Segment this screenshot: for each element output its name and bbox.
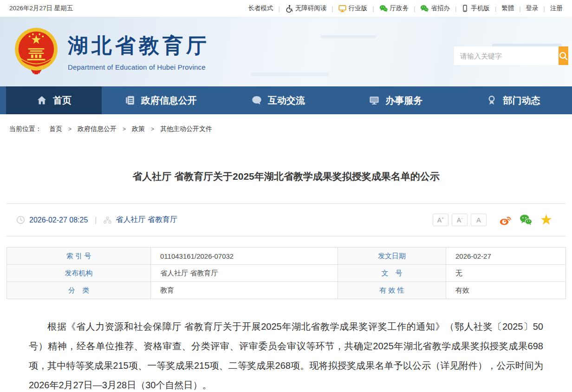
nav-label: 政府信息公开 [141, 94, 197, 107]
breadcrumb-item-other-docs[interactable]: 其他主动公开文件 [160, 125, 212, 133]
breadcrumb-item-home[interactable]: 首页 [49, 125, 62, 133]
field-value-publisher: 省人社厅 省教育厅 [151, 265, 338, 282]
qzone-icon[interactable] [540, 214, 552, 226]
separator: | [95, 216, 97, 224]
elder-mode-link[interactable]: 长者模式 [248, 4, 273, 13]
home-icon [36, 95, 47, 106]
traditional-chinese-link[interactable]: 繁體 [501, 4, 514, 13]
site-name: 湖北省教育厅 [68, 32, 210, 59]
wheelchair-icon [285, 5, 293, 13]
nav-item-interaction[interactable]: 互动交流 [219, 86, 337, 114]
nav-item-home[interactable]: 首页 [6, 86, 102, 114]
field-label-category: 分 类 [7, 282, 151, 299]
accessibility-link[interactable]: 无障碍阅读 [285, 4, 327, 13]
register-label: 注册 [550, 4, 563, 13]
article-tools: A+ A- A [429, 214, 552, 226]
clock-icon [16, 216, 25, 224]
site-brand[interactable]: 湖北省教育厅 Department of Education of Hubei … [12, 27, 210, 76]
table-row: 发布机构 省人社厅 省教育厅 文 号 无 [7, 265, 566, 282]
article-body: 根据《省人力资源和社会保障厅 省教育厅关于开展2025年湖北省教学成果奖评奖工作… [29, 317, 543, 392]
separator: | [544, 5, 545, 12]
breadcrumb-item-policy[interactable]: 政策 [132, 125, 145, 133]
elder-mode-label: 长者模式 [248, 4, 273, 13]
breadcrumb-item-gov-info[interactable]: 政府信息公开 [78, 125, 117, 133]
breadcrumb-separator: > [151, 126, 154, 132]
field-value-validity: 有效 [446, 282, 566, 299]
award-ribbon-icon [486, 95, 497, 106]
site-search [454, 46, 565, 65]
phone-icon [462, 5, 468, 12]
separator: | [372, 5, 374, 12]
monitor-icon [338, 5, 346, 13]
font-larger-button[interactable]: A+ [433, 214, 448, 226]
admissions-wechat-link[interactable]: 省招办 [420, 4, 450, 13]
search-input[interactable] [454, 46, 559, 65]
separator: | [519, 5, 520, 12]
separator: | [278, 5, 280, 12]
nav-label: 互动交流 [268, 94, 305, 107]
article-meta-row: 2026-02-27 08:25 | 省人社厅 省教育厅 A+ A- A [6, 204, 566, 236]
login-link[interactable]: 登录 [526, 4, 539, 13]
document-info-table: 索 引 号 011043161/2026-07032 发文日期 2026-02-… [6, 247, 566, 299]
breadcrumb-separator: > [123, 126, 126, 132]
masthead: 湖北省教育厅 Department of Education of Hubei … [0, 17, 572, 86]
national-emblem-logo [12, 27, 60, 76]
wechat-icon [379, 5, 388, 12]
field-label-issue-date: 发文日期 [338, 248, 446, 265]
field-value-index-number: 011043161/2026-07032 [151, 248, 338, 265]
chat-bubble-icon [251, 95, 262, 106]
wechat-icon [420, 5, 429, 12]
separator: | [455, 5, 456, 12]
login-label: 登录 [526, 4, 539, 13]
table-row: 索 引 号 011043161/2026-07032 发文日期 2026-02-… [7, 248, 566, 265]
topbar: 2026年2月27日 星期五 长者模式 | 无障碍阅读 | 行业版 | 厅政务 … [0, 0, 572, 17]
separator: | [414, 5, 415, 12]
article-title-section: 省人社厅 省教育厅关于2025年湖北省教学成果奖拟授奖成果名单的公示 [6, 144, 566, 204]
nav-item-gov-info[interactable]: 政府信息公开 [102, 86, 219, 114]
wechat-icon[interactable] [520, 214, 532, 226]
dept-gov-label: 厅政务 [390, 4, 409, 13]
font-reset-button[interactable]: A [471, 214, 487, 226]
search-icon [559, 51, 568, 61]
separator: | [332, 5, 333, 12]
cloud-decoration [251, 72, 330, 76]
nav-item-dept-news[interactable]: 部门动态 [455, 86, 572, 114]
source-org-icon [104, 216, 111, 224]
site-title-block: 湖北省教育厅 Department of Education of Hubei … [68, 32, 210, 71]
register-link[interactable]: 注册 [550, 4, 563, 13]
article-paragraph: 根据《省人力资源和社会保障厅 省教育厅关于开展2025年湖北省教学成果奖评奖工作… [29, 317, 543, 392]
separator: | [495, 5, 496, 12]
breadcrumb-separator: > [68, 126, 72, 132]
weibo-icon[interactable] [499, 214, 512, 226]
nav-label: 首页 [53, 94, 72, 107]
breadcrumb: 当前位置： 首页 > 政府信息公开 > 政策 > 其他主动公开文件 [0, 114, 572, 144]
accessibility-label: 无障碍阅读 [295, 4, 327, 13]
nav-label: 部门动态 [503, 94, 540, 107]
main-nav: 首页 政府信息公开 互动交流 办事服务 部门动态 [0, 86, 572, 114]
industry-version-link[interactable]: 行业版 [338, 4, 368, 13]
dept-gov-wechat-link[interactable]: 厅政务 [379, 4, 409, 13]
site-name-english: Department of Education of Hubei Provinc… [68, 63, 210, 71]
mobile-version-link[interactable]: 手机版 [462, 4, 490, 13]
table-row: 分 类 教育 有 效 性 有效 [7, 282, 566, 299]
mobile-version-label: 手机版 [471, 4, 490, 13]
document-icon [124, 95, 136, 106]
cloud-decoration [320, 35, 376, 38]
field-label-doc-number: 文 号 [338, 265, 446, 282]
field-value-doc-number: 无 [446, 265, 566, 282]
traditional-label: 繁體 [501, 4, 514, 13]
breadcrumb-label: 当前位置： [9, 125, 42, 133]
search-button[interactable] [559, 46, 568, 65]
field-label-publisher: 发布机构 [7, 265, 151, 282]
article-source: 省人社厅 省教育厅 [116, 215, 177, 225]
field-label-validity: 有 效 性 [338, 282, 446, 299]
field-label-index-number: 索 引 号 [7, 248, 151, 265]
admissions-label: 省招办 [431, 4, 450, 13]
article-title: 省人社厅 省教育厅关于2025年湖北省教学成果奖拟授奖成果名单的公示 [6, 170, 566, 183]
nav-item-services[interactable]: 办事服务 [337, 86, 455, 114]
field-value-issue-date: 2026-02-27 [446, 248, 566, 265]
font-smaller-button[interactable]: A- [452, 214, 468, 226]
field-value-category: 教育 [151, 282, 338, 299]
monitor-icon [369, 95, 380, 106]
topbar-links: 长者模式 | 无障碍阅读 | 行业版 | 厅政务 | 省招办 | 手机版 | 繁… [248, 4, 563, 13]
